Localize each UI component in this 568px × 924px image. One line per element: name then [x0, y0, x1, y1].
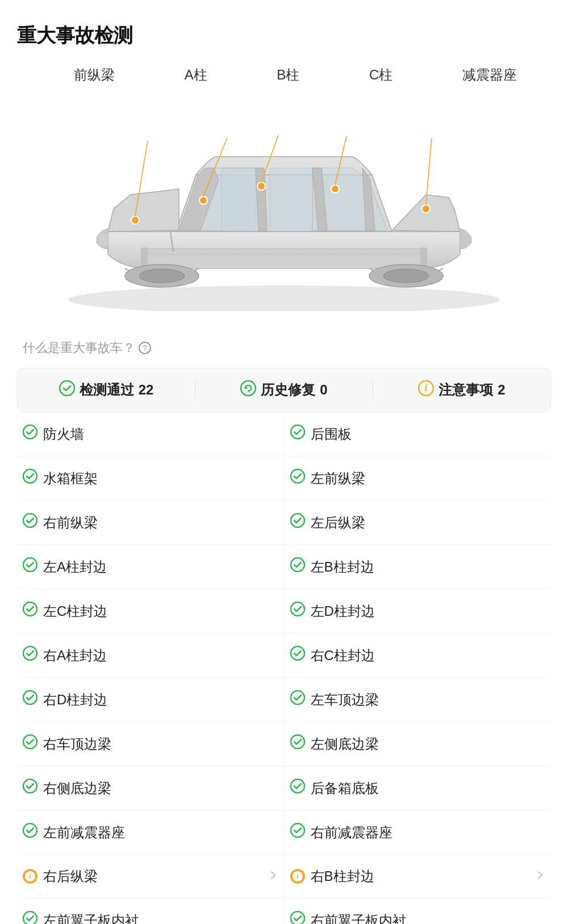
svg-point-36	[23, 646, 37, 660]
notice-count: 2	[498, 382, 505, 398]
check-cell: 左后纵梁	[285, 501, 552, 544]
repair-icon	[240, 380, 256, 400]
check-cell: 右前纵梁	[17, 501, 285, 544]
check-cell: 防火墙	[17, 412, 285, 456]
car-label-front-beam: 前纵梁	[74, 66, 115, 84]
chevron-right-icon	[535, 869, 545, 884]
svg-text:i: i	[29, 872, 31, 880]
svg-point-31	[291, 514, 304, 527]
check-icon	[23, 646, 37, 665]
repair-label: 历史修复	[261, 381, 315, 399]
cell-text: 右C柱封边	[311, 646, 375, 665]
svg-text:i: i	[425, 383, 428, 393]
info-text-row[interactable]: 什么是重大事故车？ ?	[17, 339, 551, 356]
check-cell: 左侧底边梁	[285, 722, 552, 766]
check-icon	[290, 911, 305, 924]
cell-text: 左前纵梁	[311, 469, 365, 488]
check-icon	[290, 557, 305, 576]
cell-text: 右侧底边梁	[43, 779, 111, 797]
check-row: 左前翼子板内衬右前翼子板内衬	[17, 898, 551, 924]
check-cell: 左A柱封边	[17, 545, 285, 589]
info-icon: i	[23, 869, 37, 884]
page-title: 重大事故检测	[17, 23, 551, 49]
svg-point-33	[291, 558, 304, 572]
cell-text: 左前翼子板内衬	[43, 912, 139, 925]
svg-point-18	[422, 205, 430, 213]
svg-point-26	[23, 425, 37, 439]
info-label: 什么是重大事故车？	[23, 339, 135, 356]
svg-point-30	[23, 514, 37, 527]
svg-point-8	[139, 269, 185, 283]
notice-icon: i	[418, 380, 434, 400]
summary-notice: i 注意事项 2	[373, 380, 550, 400]
check-row: 防火墙后围板	[17, 412, 551, 456]
cell-text: 左B柱封边	[311, 558, 374, 576]
check-row: 左A柱封边左B柱封边	[17, 545, 551, 589]
cell-text: 右车顶边梁	[43, 735, 111, 753]
check-row: 左C柱封边左D柱封边	[17, 589, 551, 633]
check-icon	[290, 425, 305, 443]
car-body-svg	[51, 107, 517, 311]
car-label-b-pillar: B柱	[277, 66, 299, 84]
check-row: i右后纵梁i右B柱封边	[17, 855, 551, 898]
summary-pass: 检测通过 22	[18, 380, 195, 400]
check-cell: 右侧底边梁	[17, 766, 285, 810]
cell-text: 右B柱封边	[311, 867, 374, 885]
check-icon	[290, 646, 305, 665]
svg-point-23	[241, 381, 256, 396]
check-cell: 左前减震器座	[17, 810, 285, 854]
svg-point-10	[131, 216, 139, 224]
svg-point-39	[291, 691, 304, 704]
check-cell: 后备箱底板	[285, 766, 552, 810]
svg-point-50	[23, 912, 37, 924]
check-icon	[23, 469, 37, 488]
check-row: 右侧底边梁后备箱底板	[17, 766, 551, 810]
check-icon	[290, 734, 305, 753]
cell-text: 右前减震器座	[311, 824, 392, 842]
cell-text: 水箱框架	[43, 469, 98, 488]
cell-text: 右D柱封边	[43, 691, 107, 709]
check-cell: 左前纵梁	[285, 456, 552, 500]
cell-text: 左A柱封边	[43, 558, 107, 576]
car-label-c-pillar: C柱	[369, 66, 392, 84]
check-cell: 左前翼子板内衬	[17, 898, 285, 924]
cell-text: 左D柱封边	[311, 602, 375, 620]
check-row: 右A柱封边右C柱封边	[17, 633, 551, 678]
check-cell: 右前翼子板内衬	[285, 898, 552, 924]
cell-text: 后备箱底板	[311, 779, 379, 797]
cell-text: 右前纵梁	[43, 514, 98, 532]
check-cell[interactable]: i右B柱封边	[285, 855, 552, 898]
svg-point-28	[23, 469, 37, 483]
svg-point-29	[291, 469, 304, 483]
pass-count: 22	[139, 382, 154, 398]
svg-point-51	[291, 912, 304, 924]
check-row: 右D柱封边左车顶边梁	[17, 678, 551, 722]
check-cell: 左B柱封边	[285, 545, 552, 589]
svg-point-32	[23, 558, 37, 572]
cell-text: 右后纵梁	[43, 867, 98, 885]
check-icon	[290, 690, 305, 709]
svg-point-37	[291, 646, 304, 660]
svg-rect-1	[142, 249, 426, 268]
cell-text: 左车顶边梁	[311, 691, 379, 709]
check-icon	[290, 779, 305, 797]
svg-point-45	[291, 824, 304, 837]
repair-count: 0	[320, 382, 327, 398]
svg-point-22	[60, 381, 74, 396]
summary-repair: 历史修复 0	[195, 380, 373, 400]
svg-point-41	[291, 735, 304, 749]
svg-point-43	[291, 779, 304, 793]
check-icon	[23, 779, 37, 797]
svg-point-40	[23, 735, 37, 749]
chevron-right-icon	[268, 869, 278, 884]
svg-point-35	[291, 602, 304, 616]
check-cell[interactable]: i右后纵梁	[17, 855, 285, 898]
svg-text:i: i	[296, 872, 299, 880]
check-icon	[290, 469, 305, 488]
check-cell: 右前减震器座	[285, 810, 552, 854]
svg-rect-5	[270, 168, 312, 232]
check-cell: 右车顶边梁	[17, 722, 285, 766]
check-cell: 右D柱封边	[17, 678, 285, 721]
car-label-shock-mount: 减震器座	[462, 66, 517, 84]
summary-bar: 检测通过 22 历史修复 0 i 注意事项	[17, 368, 551, 412]
